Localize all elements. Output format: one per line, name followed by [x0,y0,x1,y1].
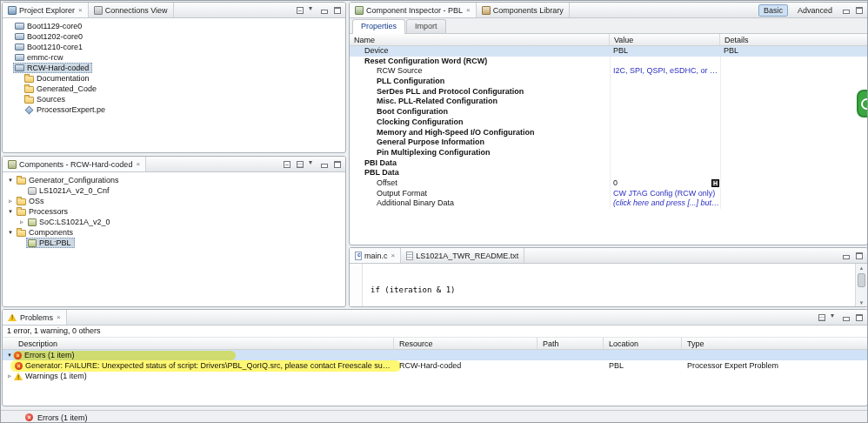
close-icon[interactable]: × [136,160,140,168]
view-menu-icon[interactable] [831,313,838,322]
inspector-row[interactable]: Boot Configuration [350,107,867,118]
inspector-row[interactable]: Reset Configuration Word (RCW) [350,57,867,67]
component-item[interactable]: SoC:LS1021A_v2_0 [26,217,114,227]
filter-table-icon[interactable] [818,313,826,322]
inspector-row[interactable]: DevicePBLPBL [350,46,867,57]
inspector-row[interactable]: General Purpose Information [350,138,867,148]
component-item[interactable]: Components [15,227,77,238]
inspector-row[interactable]: Pin Multiplexing Configuration [350,148,867,158]
project-item[interactable]: Generated_Code [23,84,100,94]
error-location: PBL [604,360,682,371]
close-icon[interactable]: × [57,313,61,321]
collapse-expander-icon[interactable]: ▾ [6,175,15,185]
view-menu-icon[interactable] [309,6,316,15]
tab-components[interactable]: Components - RCW-Hard-coded × [3,157,146,171]
tab-main-c[interactable]: main.c × [350,248,401,263]
close-icon[interactable]: × [466,6,471,14]
maximize-icon[interactable] [333,160,342,169]
minimize-icon[interactable] [320,160,329,169]
errors-group-row[interactable]: ▾ × Errors (1 item) [3,350,867,360]
filter-icon[interactable] [296,160,304,169]
tab-component-inspector[interactable]: Component Inspector - PBL × [350,3,477,17]
property-details [720,178,867,189]
tab-project-explorer[interactable]: Project Explorer × [3,3,89,17]
project-item[interactable]: Boot1129-core0 [13,21,85,31]
collapse-all-icon[interactable] [283,160,291,169]
property-value[interactable]: I2C, SPI, QSPI, eSDHC, or hard-cod... [610,66,720,77]
expand-expander-icon[interactable]: ▹ [17,217,26,227]
tab-components-library[interactable]: Components Library [477,3,570,17]
tab-properties[interactable]: Properties [352,19,405,34]
component-item[interactable]: OSs [15,196,48,206]
floating-badge[interactable] [857,90,868,118]
hex-format-button[interactable]: H [711,179,719,187]
minimize-icon[interactable] [842,6,851,15]
inspector-row[interactable]: Misc. PLL-Related Configuration [350,97,867,107]
basic-mode-button[interactable]: Basic [758,4,788,17]
error-row[interactable]: × Generator: FAILURE: Unexpected status … [3,360,867,371]
property-name: Offset [350,178,610,189]
inspector-row[interactable]: Output FormatCW JTAG Config (RCW only) [350,189,867,199]
warnings-group-row[interactable]: ▹ Warnings (1 item) [3,371,867,381]
project-item[interactable]: Boot1210-core1 [13,42,86,52]
minimize-icon[interactable] [842,313,851,322]
inspector-row[interactable]: Additional Binary Data(click here and pr… [350,198,867,209]
column-header-location[interactable]: Location [604,338,682,349]
project-item[interactable]: ProcessorExpert.pe [23,104,109,115]
project-item[interactable]: Boot1202-core0 [13,31,86,42]
inspector-row[interactable]: Memory and High-Speed I/O Configuration [350,128,867,138]
column-header-name[interactable]: Name [350,34,610,45]
code-editor[interactable]: if (iteration & 1) { ret = 1; } ▲ ▼ [350,264,867,307]
collapse-all-icon[interactable] [296,6,304,15]
project-item[interactable]: Sources [23,94,69,104]
collapse-expander-icon[interactable]: ▾ [6,206,15,217]
tab-readme[interactable]: LS1021A_TWR_README.txt [401,248,524,263]
project-item[interactable]: emmc-rcw [13,52,67,63]
close-icon[interactable]: × [391,252,396,259]
property-value[interactable]: 0H [610,178,720,189]
column-header-description[interactable]: Description [3,338,394,349]
advanced-mode-button[interactable]: Advanced [792,4,838,17]
tab-import[interactable]: Import [406,19,446,33]
expand-expander-icon[interactable]: ▹ [5,373,14,379]
inspector-row[interactable]: Clocking Configuration [350,118,867,128]
scrollbar-thumb[interactable] [858,273,865,287]
tab-connections-view[interactable]: Connections View [89,3,174,17]
inspector-row[interactable]: PBI Data [350,158,867,169]
inspector-row[interactable]: PBL Data [350,168,867,178]
view-menu-icon[interactable] [309,160,316,169]
code-text[interactable]: if (iteration & 1) { ret = 1; } [371,266,456,307]
maximize-icon[interactable] [855,6,864,15]
minimize-icon[interactable] [842,252,851,260]
project-item[interactable]: Documentation [23,73,93,84]
column-header-value[interactable]: Value [610,34,720,45]
property-value[interactable]: CW JTAG Config (RCW only) [610,189,720,199]
collapse-expander-icon[interactable]: ▾ [6,227,15,238]
inspector-row[interactable]: Offset0H [350,178,867,189]
vertical-scrollbar[interactable]: ▲ ▼ [855,264,867,307]
component-item[interactable]: PBL:PBL [26,238,75,248]
maximize-icon[interactable] [333,6,342,15]
property-value[interactable]: (click here and press [...] button) [610,198,720,209]
collapse-expander-icon[interactable]: ▾ [5,352,14,359]
component-item-label: Processors [29,206,68,217]
column-header-resource[interactable]: Resource [394,338,537,349]
inspector-row[interactable]: SerDes PLL and Protocol Configuration [350,87,867,97]
component-item[interactable]: Processors [15,206,71,217]
inspector-row[interactable]: PLL Configuration [350,77,867,87]
component-item[interactable]: LS1021A_v2_0_Cnf [26,185,113,196]
column-header-type[interactable]: Type [682,338,867,349]
maximize-icon[interactable] [855,252,864,260]
column-header-details[interactable]: Details [720,34,867,45]
scroll-up-icon[interactable]: ▲ [856,264,867,272]
minimize-icon[interactable] [320,6,329,15]
expand-expander-icon[interactable]: ▹ [6,196,15,206]
maximize-icon[interactable] [855,313,864,322]
tab-problems[interactable]: Problems × [3,310,67,325]
scroll-down-icon[interactable]: ▼ [856,299,867,307]
component-item[interactable]: Generator_Configurations [15,175,123,185]
inspector-row[interactable]: RCW SourceI2C, SPI, QSPI, eSDHC, or hard… [350,66,867,77]
column-header-path[interactable]: Path [537,338,604,349]
project-item[interactable]: RCW-Hard-coded [13,63,92,73]
close-icon[interactable]: × [78,6,83,14]
